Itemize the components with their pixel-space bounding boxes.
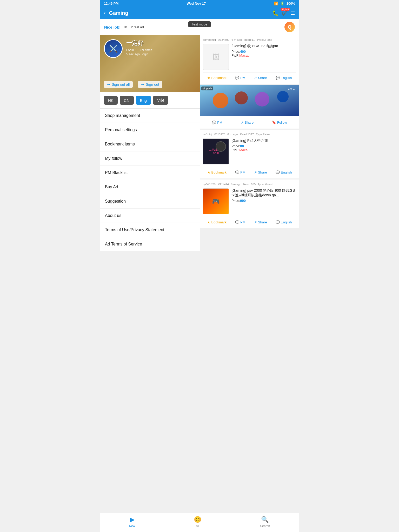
- vip-follow-button[interactable]: 🔖 Follow: [270, 119, 289, 125]
- english-button-2[interactable]: 💬 English: [274, 169, 294, 175]
- listing-type-3: Type:2Hand: [258, 183, 273, 186]
- menu-button[interactable]: ☰: [290, 10, 295, 16]
- pm-button-3[interactable]: 💬 PM: [233, 219, 248, 225]
- check-icon: ✔️: [281, 10, 288, 16]
- bug-icon-button[interactable]: 🐛: [272, 10, 279, 16]
- listing-title-3: [Gaming] psv 2000 開心版 900 跟32GB卡連wifi就可以…: [231, 188, 296, 198]
- translate-icon-3: 💬: [276, 220, 280, 224]
- pm-button-2[interactable]: 💬 PM: [233, 169, 248, 175]
- status-date: Wed Nov 17: [187, 2, 206, 5]
- profile-login-count: Login：1869 times: [126, 48, 152, 52]
- vip-share-button[interactable]: ↗ Share: [239, 119, 256, 125]
- menu-item-my-follow[interactable]: My follow: [100, 151, 200, 166]
- notifications-button[interactable]: ✔️ 98,643: [281, 10, 288, 16]
- vip-banner-svg: 吉 88 471 ●: [200, 85, 299, 116]
- sign-out-all-button[interactable]: ↪ Sign out all: [104, 81, 133, 88]
- listing-image: 🖼: [203, 44, 229, 70]
- sidebar: ⚔️ 一定好 Login：1869 times 5 sec ago Login …: [100, 35, 200, 251]
- listing-meta-2: no1ctuj #313278 6 m ago Read:1347 Type:2…: [203, 133, 296, 136]
- vip-banner: vippush: [200, 85, 299, 116]
- listing-meta-3: qa521629 #335414 6 m ago Read:105 Type:2…: [203, 183, 296, 186]
- lang-hk-button[interactable]: HK: [104, 96, 118, 105]
- back-button[interactable]: ‹: [104, 10, 106, 16]
- listing-actions-3: ★ Bookmark 💬 PM ↗ Share 💬 English: [203, 217, 296, 225]
- menu-item-terms[interactable]: Terms of Use/Privacy Statement: [100, 223, 200, 237]
- sign-out-button[interactable]: ↪ Sign out: [138, 81, 162, 88]
- listing-details-2: [Gaming] Ps4人中之龍 Price:80 FtoF:Macau: [231, 138, 296, 164]
- share-button[interactable]: ↗ Share: [252, 75, 269, 81]
- listing-id-2: #313278: [214, 133, 225, 136]
- listing-user-3: qa521629: [203, 183, 216, 186]
- image-placeholder: 🖼: [212, 53, 220, 61]
- avatar-image: ⚔️: [105, 40, 122, 57]
- listing-image-3: 🎮: [203, 188, 229, 214]
- vip-label: vippush: [201, 87, 213, 90]
- listing-read-3: Read:105: [243, 183, 256, 186]
- listing-ftof-2: FtoF:Macau: [231, 148, 296, 152]
- menu-item-suggestion[interactable]: Suggestion: [100, 194, 200, 209]
- status-time: 12:46 PM: [104, 2, 118, 5]
- bookmark-label: Bookmark: [211, 76, 227, 80]
- share-label-2: Share: [258, 170, 267, 174]
- bookmark-button-3[interactable]: ★ Bookmark: [205, 219, 229, 225]
- listing-time: 6 m ago: [231, 38, 242, 41]
- lang-viet-button[interactable]: Việt: [153, 96, 168, 105]
- listing-user-2: no1ctuj: [203, 133, 212, 136]
- listing-actions-2: ★ Bookmark 💬 PM ↗ Share 💬 English: [203, 167, 296, 175]
- menu-item-about-us[interactable]: About us: [100, 209, 200, 223]
- hamburger-icon: ☰: [290, 10, 295, 16]
- listing-card-2: no1ctuj #313278 6 m ago Read:1347 Type:2…: [200, 130, 299, 178]
- test-mode-badge: Test mode: [188, 21, 211, 27]
- listing-price: Price:400: [231, 50, 296, 54]
- bookmark-button-2[interactable]: ★ Bookmark: [205, 169, 229, 175]
- vip-pm-label: PM: [217, 121, 222, 124]
- listing-title: [Gaming] 收 PSV TV 有請pm: [231, 44, 296, 49]
- listing-price-2: Price:80: [231, 144, 296, 148]
- listing-image-2: 二星galaxy⌀$200: [203, 138, 229, 164]
- listing-card: someone1 #334599 6 m ago Read:11 Type:2H…: [200, 35, 299, 84]
- sign-out-label: Sign out: [146, 82, 159, 87]
- vip-share-icon: ↗: [241, 121, 244, 124]
- english-button-3[interactable]: 💬 English: [274, 219, 294, 225]
- profile-actions: ↪ Sign out all ↪ Sign out: [104, 81, 162, 88]
- language-buttons: HK CN Eng Việt: [100, 92, 200, 109]
- share-button-3[interactable]: ↗ Share: [252, 219, 269, 225]
- listing-details-3: [Gaming] psv 2000 開心版 900 跟32GB卡連wifi就可以…: [231, 188, 296, 214]
- star-icon: ★: [207, 76, 210, 80]
- vip-banner-content: 吉 88 471 ●: [200, 85, 299, 116]
- svg-point-3: [255, 92, 269, 107]
- profile-info: ⚔️ 一定好 Login：1869 times 5 sec ago Login: [104, 39, 152, 58]
- listing-actions: ★ Bookmark 💬 PM ↗ Share 💬 English: [203, 72, 296, 81]
- avatar: ⚔️: [104, 39, 123, 58]
- bookmark-button[interactable]: ★ Bookmark: [205, 75, 229, 81]
- vip-pm-button[interactable]: 💬 PM: [210, 119, 224, 125]
- ad-banner[interactable]: Nice job! Th... 2 test ad. Test mode Q: [100, 19, 299, 35]
- menu-item-buy-ad[interactable]: Buy Ad: [100, 180, 200, 194]
- menu-item-bookmark-items[interactable]: Bookmark items: [100, 137, 200, 151]
- menu-item-ad-terms[interactable]: Ad Terms of Service: [100, 237, 200, 251]
- profile-last-login: 5 sec ago Login: [126, 52, 152, 56]
- ad-nice-job: Nice job!: [104, 25, 121, 29]
- sign-out-all-label: Sign out all: [112, 82, 130, 87]
- english-button-1[interactable]: 💬 English: [274, 75, 294, 81]
- main-content: ⚔️ 一定好 Login：1869 times 5 sec ago Login …: [100, 35, 299, 251]
- share-icon-2: ↗: [254, 170, 257, 174]
- listing-id-3: #335414: [218, 183, 229, 186]
- listing-details: [Gaming] 收 PSV TV 有請pm Price:400 FtoF:Ma…: [231, 44, 296, 70]
- listing-body-3: 🎮 [Gaming] psv 2000 開心版 900 跟32GB卡連wifi就…: [203, 188, 296, 214]
- menu-item-personal-settings[interactable]: Personal settings: [100, 123, 200, 137]
- translate-icon: 💬: [276, 76, 280, 80]
- menu-item-shop-management[interactable]: Shop management: [100, 109, 200, 123]
- menu-item-pm-blacklist[interactable]: PM Blacklist: [100, 166, 200, 180]
- star-icon-3: ★: [207, 220, 210, 224]
- share-label-3: Share: [258, 220, 267, 224]
- share-button-2[interactable]: ↗ Share: [252, 169, 269, 175]
- listing-read-2: Read:1347: [240, 133, 254, 136]
- svg-text:471 ●: 471 ●: [288, 88, 295, 91]
- header-icons: 🐛 ✔️ 98,643 ☰: [272, 10, 295, 16]
- vip-pm-icon: 💬: [212, 121, 216, 124]
- lang-eng-button[interactable]: Eng: [136, 96, 151, 105]
- listing-type: Type:2Hand: [257, 38, 272, 41]
- lang-cn-button[interactable]: CN: [120, 96, 134, 105]
- pm-button[interactable]: 💬 PM: [233, 75, 248, 81]
